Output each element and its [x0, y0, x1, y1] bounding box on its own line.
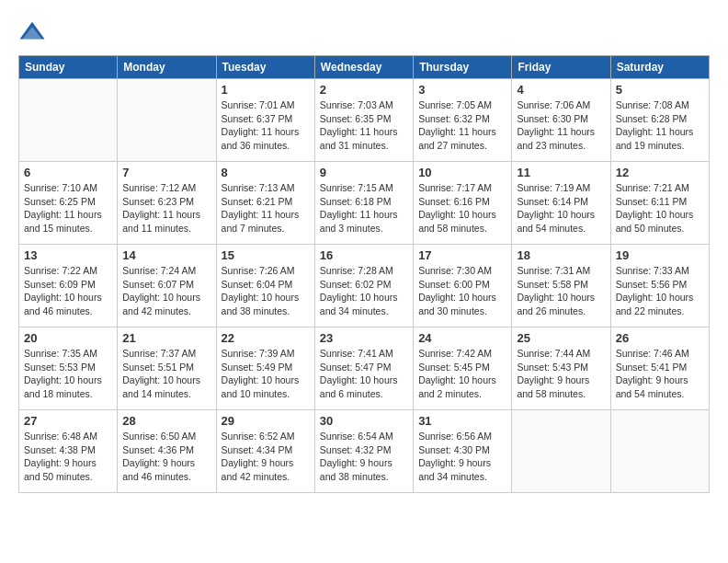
day-info: Sunrise: 7:05 AM Sunset: 6:32 PM Dayligh… — [418, 98, 506, 153]
header-tuesday: Tuesday — [216, 56, 314, 79]
day-info: Sunrise: 7:42 AM Sunset: 5:45 PM Dayligh… — [418, 347, 506, 401]
calendar-cell: 12Sunrise: 7:21 AM Sunset: 6:11 PM Dayli… — [610, 162, 709, 245]
day-info: Sunrise: 7:19 AM Sunset: 6:14 PM Dayligh… — [517, 181, 605, 236]
calendar-week-5: 27Sunrise: 6:48 AM Sunset: 4:38 PM Dayli… — [19, 410, 710, 493]
day-number: 9 — [320, 166, 408, 179]
day-number: 21 — [122, 331, 210, 345]
header-saturday: Saturday — [610, 56, 709, 79]
calendar-cell — [118, 79, 216, 162]
day-info: Sunrise: 7:17 AM Sunset: 6:16 PM Dayligh… — [418, 181, 506, 236]
calendar-cell: 21Sunrise: 7:37 AM Sunset: 5:51 PM Dayli… — [118, 327, 216, 410]
calendar-header-row: SundayMondayTuesdayWednesdayThursdayFrid… — [19, 56, 710, 79]
day-number: 18 — [517, 248, 605, 262]
day-number: 24 — [418, 331, 506, 345]
calendar-cell: 15Sunrise: 7:26 AM Sunset: 6:04 PM Dayli… — [216, 245, 314, 327]
calendar-cell: 26Sunrise: 7:46 AM Sunset: 5:41 PM Dayli… — [610, 327, 709, 410]
calendar-cell: 25Sunrise: 7:44 AM Sunset: 5:43 PM Dayli… — [512, 327, 610, 410]
day-number: 20 — [24, 331, 112, 345]
calendar-cell: 3Sunrise: 7:05 AM Sunset: 6:32 PM Daylig… — [414, 79, 512, 162]
calendar-cell: 18Sunrise: 7:31 AM Sunset: 5:58 PM Dayli… — [512, 245, 610, 327]
calendar-cell: 1Sunrise: 7:01 AM Sunset: 6:37 PM Daylig… — [216, 79, 314, 162]
calendar-cell: 5Sunrise: 7:08 AM Sunset: 6:28 PM Daylig… — [610, 79, 709, 162]
day-info: Sunrise: 7:08 AM Sunset: 6:28 PM Dayligh… — [616, 98, 704, 153]
calendar-cell: 9Sunrise: 7:15 AM Sunset: 6:18 PM Daylig… — [314, 162, 413, 245]
day-number: 6 — [24, 166, 112, 179]
day-info: Sunrise: 7:21 AM Sunset: 6:11 PM Dayligh… — [616, 181, 704, 236]
day-number: 23 — [320, 331, 408, 345]
header-thursday: Thursday — [414, 56, 512, 79]
day-info: Sunrise: 7:35 AM Sunset: 5:53 PM Dayligh… — [24, 347, 112, 401]
day-info: Sunrise: 6:54 AM Sunset: 4:32 PM Dayligh… — [320, 430, 408, 484]
day-info: Sunrise: 7:33 AM Sunset: 5:56 PM Dayligh… — [616, 264, 704, 318]
header-sunday: Sunday — [19, 56, 118, 79]
logo-icon — [18, 18, 46, 46]
calendar-cell: 4Sunrise: 7:06 AM Sunset: 6:30 PM Daylig… — [512, 79, 610, 162]
calendar-cell — [19, 79, 118, 162]
day-info: Sunrise: 7:28 AM Sunset: 6:02 PM Dayligh… — [320, 264, 408, 318]
day-number: 7 — [122, 166, 210, 179]
calendar-cell: 17Sunrise: 7:30 AM Sunset: 6:00 PM Dayli… — [414, 245, 512, 327]
day-info: Sunrise: 7:01 AM Sunset: 6:37 PM Dayligh… — [222, 98, 310, 153]
calendar-cell: 19Sunrise: 7:33 AM Sunset: 5:56 PM Dayli… — [610, 245, 709, 327]
calendar-week-2: 6Sunrise: 7:10 AM Sunset: 6:25 PM Daylig… — [19, 162, 710, 245]
day-number: 17 — [418, 248, 506, 262]
calendar-week-4: 20Sunrise: 7:35 AM Sunset: 5:53 PM Dayli… — [19, 327, 710, 410]
day-number: 29 — [222, 414, 310, 428]
day-info: Sunrise: 6:48 AM Sunset: 4:38 PM Dayligh… — [24, 430, 112, 484]
day-info: Sunrise: 7:30 AM Sunset: 6:00 PM Dayligh… — [418, 264, 506, 318]
day-info: Sunrise: 7:06 AM Sunset: 6:30 PM Dayligh… — [517, 98, 605, 153]
calendar-cell: 7Sunrise: 7:12 AM Sunset: 6:23 PM Daylig… — [118, 162, 216, 245]
page-header — [18, 18, 710, 46]
logo — [18, 18, 48, 46]
calendar-table: SundayMondayTuesdayWednesdayThursdayFrid… — [18, 55, 710, 493]
calendar-cell: 28Sunrise: 6:50 AM Sunset: 4:36 PM Dayli… — [118, 410, 216, 493]
day-info: Sunrise: 7:26 AM Sunset: 6:04 PM Dayligh… — [222, 264, 310, 318]
day-info: Sunrise: 7:31 AM Sunset: 5:58 PM Dayligh… — [517, 264, 605, 318]
day-info: Sunrise: 7:12 AM Sunset: 6:23 PM Dayligh… — [122, 181, 210, 236]
calendar-cell: 20Sunrise: 7:35 AM Sunset: 5:53 PM Dayli… — [19, 327, 118, 410]
day-number: 30 — [320, 414, 408, 428]
day-info: Sunrise: 6:52 AM Sunset: 4:34 PM Dayligh… — [222, 430, 310, 484]
calendar-cell: 31Sunrise: 6:56 AM Sunset: 4:30 PM Dayli… — [414, 410, 512, 493]
day-number: 2 — [320, 83, 408, 97]
day-number: 13 — [24, 248, 112, 262]
day-info: Sunrise: 6:56 AM Sunset: 4:30 PM Dayligh… — [418, 430, 506, 484]
header-wednesday: Wednesday — [314, 56, 413, 79]
calendar-cell: 27Sunrise: 6:48 AM Sunset: 4:38 PM Dayli… — [19, 410, 118, 493]
day-info: Sunrise: 7:22 AM Sunset: 6:09 PM Dayligh… — [24, 264, 112, 318]
calendar-cell — [512, 410, 610, 493]
day-number: 26 — [616, 331, 704, 345]
calendar-cell: 14Sunrise: 7:24 AM Sunset: 6:07 PM Dayli… — [118, 245, 216, 327]
day-info: Sunrise: 7:41 AM Sunset: 5:47 PM Dayligh… — [320, 347, 408, 401]
calendar-cell: 16Sunrise: 7:28 AM Sunset: 6:02 PM Dayli… — [314, 245, 413, 327]
day-number: 1 — [222, 83, 310, 97]
calendar-cell: 29Sunrise: 6:52 AM Sunset: 4:34 PM Dayli… — [216, 410, 314, 493]
calendar-cell: 6Sunrise: 7:10 AM Sunset: 6:25 PM Daylig… — [19, 162, 118, 245]
day-info: Sunrise: 7:10 AM Sunset: 6:25 PM Dayligh… — [24, 181, 112, 236]
day-number: 4 — [517, 83, 605, 97]
day-number: 8 — [222, 166, 310, 179]
day-number: 22 — [222, 331, 310, 345]
day-info: Sunrise: 7:24 AM Sunset: 6:07 PM Dayligh… — [122, 264, 210, 318]
calendar-cell: 8Sunrise: 7:13 AM Sunset: 6:21 PM Daylig… — [216, 162, 314, 245]
day-number: 31 — [418, 414, 506, 428]
day-number: 14 — [122, 248, 210, 262]
day-info: Sunrise: 7:37 AM Sunset: 5:51 PM Dayligh… — [122, 347, 210, 401]
calendar-cell: 2Sunrise: 7:03 AM Sunset: 6:35 PM Daylig… — [314, 79, 413, 162]
day-info: Sunrise: 7:39 AM Sunset: 5:49 PM Dayligh… — [222, 347, 310, 401]
day-number: 10 — [418, 166, 506, 179]
calendar-cell: 23Sunrise: 7:41 AM Sunset: 5:47 PM Dayli… — [314, 327, 413, 410]
header-monday: Monday — [118, 56, 216, 79]
day-info: Sunrise: 7:13 AM Sunset: 6:21 PM Dayligh… — [222, 181, 310, 236]
calendar-cell: 13Sunrise: 7:22 AM Sunset: 6:09 PM Dayli… — [19, 245, 118, 327]
day-number: 25 — [517, 331, 605, 345]
day-number: 15 — [222, 248, 310, 262]
day-number: 19 — [616, 248, 704, 262]
day-number: 27 — [24, 414, 112, 428]
day-info: Sunrise: 7:15 AM Sunset: 6:18 PM Dayligh… — [320, 181, 408, 236]
day-number: 3 — [418, 83, 506, 97]
day-number: 12 — [616, 166, 704, 179]
calendar-week-1: 1Sunrise: 7:01 AM Sunset: 6:37 PM Daylig… — [19, 79, 710, 162]
calendar-week-3: 13Sunrise: 7:22 AM Sunset: 6:09 PM Dayli… — [19, 245, 710, 327]
day-number: 5 — [616, 83, 704, 97]
